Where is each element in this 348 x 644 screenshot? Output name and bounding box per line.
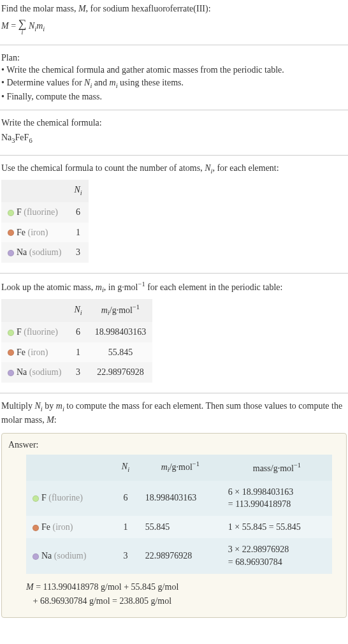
eq-Ni: N	[29, 21, 34, 31]
mass-calc: 1 × 55.845 = 55.845	[222, 516, 332, 539]
count-cell: 3	[68, 242, 88, 263]
element-cell: Fe (iron)	[1, 342, 68, 363]
intro-prefix: Find the molar mass,	[1, 4, 78, 13]
answer-box: Answer: Ni mi/g·mol−1 mass/g·mol−1 F (fl…	[1, 433, 347, 618]
intro-section: Find the molar mass, M, for sodium hexaf…	[0, 0, 348, 41]
molar-mass-equation: M = ∑i Nimi	[1, 18, 347, 36]
divider	[0, 155, 348, 156]
count-cell: 1	[68, 223, 88, 243]
mi-header: mi/g·mol−1	[139, 455, 222, 480]
intro-M: M	[78, 4, 86, 13]
element-cell: F (fluorine)	[26, 481, 112, 516]
element-dot-icon	[8, 370, 14, 376]
mass-calc: 6 × 18.998403163= 113.990418978	[222, 481, 332, 516]
table-row: Fe (iron) 1	[1, 223, 89, 243]
element-dot-icon	[8, 230, 14, 236]
intro-line: Find the molar mass, M, for sodium hexaf…	[1, 3, 347, 15]
table-row: F (fluorine) 6 18.998403163 6 × 18.99840…	[26, 481, 332, 516]
mass-header: mass/g·mol−1	[222, 455, 332, 480]
table-header-row: Ni mi/g·mol−1	[1, 299, 152, 322]
plan-title: Plan:	[1, 52, 347, 64]
table-header-row: Ni mi/g·mol−1 mass/g·mol−1	[26, 455, 332, 480]
count-table: Ni F (fluorine) 6 Fe (iron) 1 Na (sodium…	[1, 180, 89, 262]
multiply-section: Multiply Ni by mi to compute the mass fo…	[0, 397, 348, 429]
answer-table: Ni mi/g·mol−1 mass/g·mol−1 F (fluorine) …	[26, 455, 332, 573]
write-formula-section: Write the chemical formula: Na3FeF6	[0, 114, 348, 151]
write-formula-title: Write the chemical formula:	[1, 117, 347, 129]
lookup-section: Look up the atomic mass, mi, in g·mol−1 …	[0, 277, 348, 389]
mi-header: mi/g·mol−1	[89, 299, 153, 322]
element-cell: F (fluorine)	[1, 322, 68, 342]
eq-equals: =	[9, 21, 18, 31]
mass-calc: 3 × 22.98976928= 68.96930784	[222, 538, 332, 573]
element-cell: Na (sodium)	[1, 242, 68, 263]
element-cell: Fe (iron)	[26, 516, 112, 539]
intro-suffix: , for sodium hexafluoroferrate(III):	[86, 4, 211, 13]
element-cell: Fe (iron)	[1, 223, 68, 243]
Ni-header: Ni	[68, 299, 88, 322]
eq-mi: m	[36, 21, 43, 31]
sigma-icon: ∑i	[18, 18, 27, 36]
count-title: Use the chemical formula to count the nu…	[1, 162, 347, 176]
divider	[0, 273, 348, 274]
divider	[0, 110, 348, 110]
chemical-formula: Na3FeF6	[1, 131, 347, 145]
table-row: Na (sodium) 3 22.98976928	[1, 362, 152, 383]
element-dot-icon	[8, 250, 14, 256]
element-cell: Na (sodium)	[26, 538, 112, 573]
plan-bullet-3: • Finally, compute the mass.	[1, 91, 347, 103]
element-dot-icon	[8, 330, 14, 336]
element-dot-icon	[33, 495, 39, 502]
table-row: Na (sodium) 3 22.98976928 3 × 22.9897692…	[26, 538, 332, 573]
Ni-header: Ni	[112, 455, 139, 480]
lookup-table: Ni mi/g·mol−1 F (fluorine) 6 18.99840316…	[1, 299, 152, 383]
plan-bullet-1: • Write the chemical formula and gather …	[1, 64, 347, 77]
element-dot-icon	[33, 553, 39, 560]
empty-header	[1, 180, 68, 201]
element-cell: F (fluorine)	[1, 202, 68, 223]
table-row: F (fluorine) 6	[1, 202, 89, 223]
table-header-row: Ni	[1, 180, 89, 201]
element-dot-icon	[33, 525, 39, 531]
divider	[0, 45, 348, 45]
count-cell: 6	[68, 202, 88, 223]
plan-bullet-2: • Determine values for Ni and mi using t…	[1, 77, 347, 91]
table-row: Na (sodium) 3	[1, 242, 89, 263]
eq-M: M	[1, 21, 9, 31]
element-dot-icon	[8, 349, 14, 356]
plan-section: Plan: • Write the chemical formula and g…	[0, 49, 348, 106]
final-equation: M = 113.990418978 g/mol + 55.845 g/mol +…	[26, 580, 340, 609]
empty-header	[1, 299, 68, 322]
table-row: Fe (iron) 1 55.845 1 × 55.845 = 55.845	[26, 516, 332, 539]
answer-title: Answer:	[8, 439, 340, 451]
divider	[0, 393, 348, 393]
table-row: Fe (iron) 1 55.845	[1, 342, 152, 363]
element-dot-icon	[8, 210, 14, 216]
Ni-header: Ni	[68, 180, 88, 201]
table-row: F (fluorine) 6 18.998403163	[1, 322, 152, 342]
count-section: Use the chemical formula to count the nu…	[0, 159, 348, 269]
empty-header	[26, 455, 112, 480]
element-cell: Na (sodium)	[1, 362, 68, 383]
lookup-title: Look up the atomic mass, mi, in g·mol−1 …	[1, 280, 347, 295]
